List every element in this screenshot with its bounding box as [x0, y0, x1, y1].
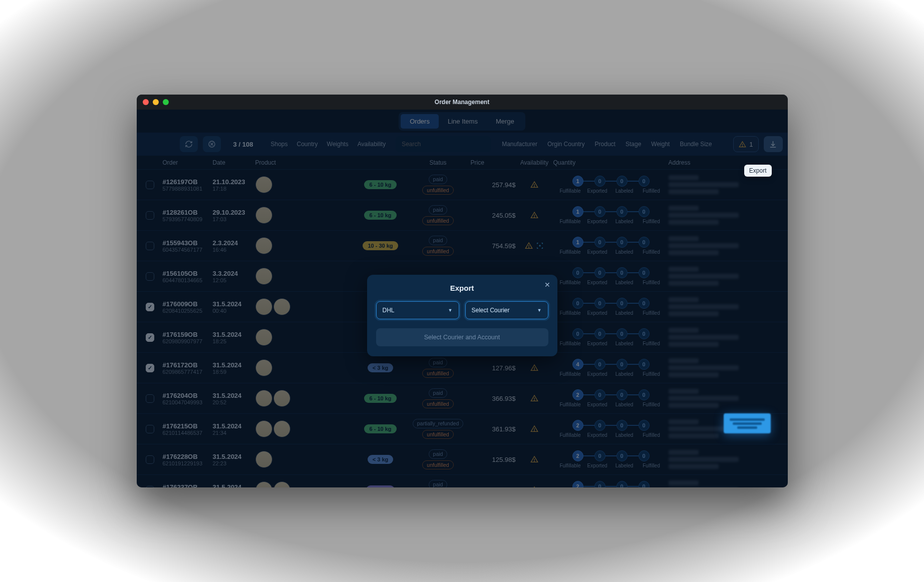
- chevron-down-icon: ▼: [537, 308, 542, 313]
- courier-provider-select[interactable]: DHL ▼: [376, 301, 459, 319]
- modal-title: Export: [376, 284, 548, 292]
- titlebar: Order Management: [137, 95, 788, 110]
- content: OrdersLine ItemsMerge 3 / 108 ShopsCount…: [137, 110, 788, 487]
- courier-account-select[interactable]: Select Courier ▼: [465, 301, 548, 319]
- export-modal: ✕ Export DHL ▼ Select Courier ▼ Select C…: [367, 275, 557, 356]
- export-tooltip: Export: [744, 165, 772, 177]
- modal-close-button[interactable]: ✕: [544, 281, 550, 289]
- window-title: Order Management: [137, 99, 788, 106]
- chevron-down-icon: ▼: [448, 308, 453, 313]
- courier-provider-value: DHL: [383, 307, 395, 314]
- app-window: Order Management OrdersLine ItemsMerge 3…: [137, 95, 788, 487]
- floating-notification[interactable]: [724, 413, 771, 433]
- courier-account-value: Select Courier: [472, 307, 510, 314]
- modal-submit-button[interactable]: Select Courier and Account: [376, 328, 548, 346]
